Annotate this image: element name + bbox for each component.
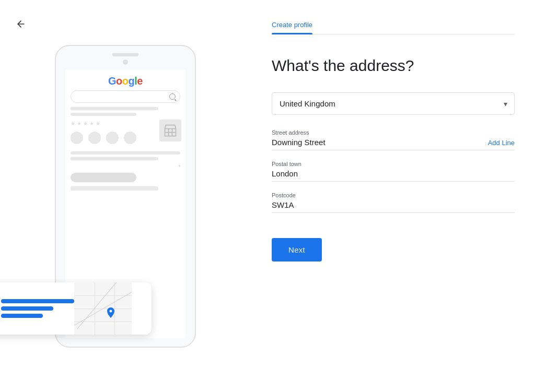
left-illustration-panel: Google ★ ★ ★ ★ ★ — [0, 0, 251, 392]
star-5: ★ — [96, 121, 100, 126]
postcode-input[interactable] — [272, 200, 515, 209]
page-container: Google ★ ★ ★ ★ ★ — [0, 0, 546, 392]
save-icon — [106, 132, 119, 144]
g-red2: e — [137, 75, 143, 87]
star-1: ★ — [71, 121, 75, 126]
country-select-wrapper: United Kingdom United States Australia C… — [272, 92, 515, 115]
postcode-row — [272, 200, 515, 213]
phone-content-lines — [65, 103, 185, 116]
phone-line — [71, 157, 158, 160]
card-line-2 — [1, 306, 53, 311]
directions-icon — [88, 132, 101, 144]
postcode-label: Postcode — [272, 192, 515, 198]
next-button[interactable]: Next — [272, 238, 322, 262]
phone-line — [71, 151, 180, 155]
call-icon — [71, 132, 83, 144]
phone-chevron: › — [65, 163, 185, 169]
star-3: ★ — [83, 121, 88, 126]
street-address-input[interactable] — [272, 138, 484, 147]
add-line-button[interactable]: Add Line — [484, 139, 515, 147]
street-address-row: Add Line — [272, 138, 515, 150]
g-blue2: g — [129, 75, 135, 87]
g-yellow: o — [122, 75, 129, 87]
map-pin-icon — [104, 306, 117, 324]
progress-tabs: Create profile — [272, 21, 515, 34]
phone-line — [71, 173, 136, 182]
street-address-label: Street address — [272, 129, 515, 136]
tab-create-profile[interactable]: Create profile — [272, 21, 312, 34]
map-diagonal2 — [77, 282, 129, 329]
street-address-field: Street address Add Line — [272, 129, 515, 150]
phone-bottom-lines — [65, 169, 185, 191]
postal-town-input[interactable] — [272, 169, 515, 178]
postal-town-row — [272, 169, 515, 182]
g-red: o — [116, 75, 122, 87]
phone-line — [71, 113, 136, 116]
phone-more-lines — [65, 147, 185, 160]
card-pin-icon — [0, 301, 2, 316]
phone-line — [71, 107, 158, 110]
card-line-3 — [1, 314, 43, 318]
postcode-field: Postcode — [272, 192, 515, 213]
g-blue: G — [108, 75, 116, 87]
star-4: ★ — [89, 121, 94, 126]
map-h-line — [74, 295, 132, 296]
card-line-1 — [1, 299, 74, 303]
search-icon — [169, 93, 176, 100]
postal-town-field: Postal town — [272, 161, 515, 182]
postal-town-label: Postal town — [272, 161, 515, 167]
phone-camera — [123, 60, 128, 65]
page-title: What's the address? — [272, 55, 515, 76]
store-image-placeholder — [159, 120, 181, 141]
phone-line — [71, 186, 158, 191]
right-form-panel: Create profile What's the address? Unite… — [251, 0, 546, 392]
card-text-lines — [1, 299, 74, 318]
country-select[interactable]: United Kingdom United States Australia C… — [272, 92, 515, 115]
phone-search-bar — [71, 90, 180, 103]
phone-speaker — [112, 53, 138, 56]
floating-address-card — [0, 282, 152, 335]
google-logo: Google — [65, 70, 185, 90]
star-2: ★ — [77, 121, 82, 126]
card-map-preview — [74, 282, 132, 335]
map-grid-lines — [74, 282, 132, 335]
share-icon — [124, 132, 136, 144]
tab-label: Create profile — [272, 21, 312, 29]
